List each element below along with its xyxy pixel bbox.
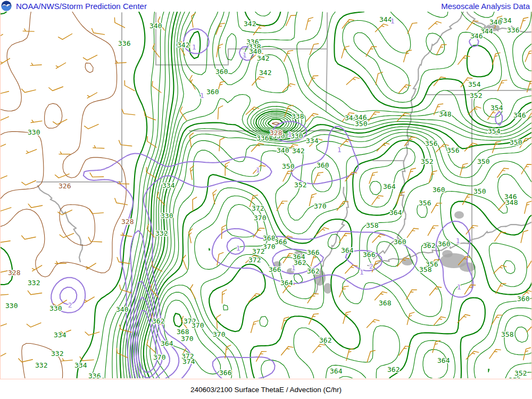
contour-label: 330: [49, 304, 62, 312]
contour-label: 356: [425, 139, 437, 147]
contour-label: 2: [68, 301, 72, 309]
contour-label: 336: [507, 26, 519, 34]
contour-label: 372: [252, 204, 264, 212]
contour-label: 354: [488, 127, 501, 135]
page-header: NOAA/NWS/Storm Prediction Center Mesosca…: [0, 0, 532, 12]
contour-label: 1: [456, 237, 460, 245]
contour-label: 360: [394, 238, 406, 246]
contour-label: 366: [269, 265, 281, 273]
contour-label: 346: [470, 32, 483, 40]
contour-label: 1: [236, 244, 240, 252]
contour-label: 352: [294, 181, 306, 189]
contour-label: 346: [513, 111, 526, 119]
contour-label: 360: [317, 161, 329, 169]
contour-label: 350: [509, 376, 521, 378]
contour-label: 354: [491, 104, 503, 112]
contour-label: 340: [149, 22, 162, 30]
contour-label: 338: [292, 112, 304, 120]
contour-label: 330: [5, 302, 18, 310]
contour-label: 1: [243, 51, 247, 59]
contour-label: 1: [292, 264, 296, 272]
contour-label: 364: [161, 339, 173, 347]
contour-label: 370: [181, 335, 193, 343]
contour-label: 358: [366, 221, 378, 229]
contour-label: 366: [363, 251, 375, 259]
contour-label: 342: [177, 41, 189, 49]
contour-label: 336: [118, 39, 130, 47]
contour-label: 374: [182, 358, 195, 365]
contour-label: 350: [282, 162, 294, 170]
contour-label: 362: [423, 242, 435, 250]
contour-label: 328: [8, 269, 20, 277]
contour-label: 330: [161, 212, 173, 220]
contour-label: 372: [252, 247, 264, 255]
contour-label: 362: [319, 336, 331, 344]
contour-label: 360: [433, 186, 445, 194]
header-right-label: Mesoscale Analysis Data: [441, 2, 530, 11]
contour-label: 358: [419, 265, 431, 273]
contour-label: 364: [280, 279, 293, 287]
noaa-logo-graphic: [1, 1, 12, 11]
contour-label: 370: [153, 353, 165, 361]
contour-label: 332: [35, 361, 47, 369]
contour-label: 364: [341, 246, 354, 254]
contour-label: 366: [275, 238, 287, 246]
contour-label: 1: [360, 268, 364, 276]
contour-label: 370: [314, 202, 326, 210]
contour-label: 356: [419, 199, 431, 207]
contour-label: 340: [277, 146, 289, 154]
contour-label: 334: [162, 181, 175, 189]
map-area: 3363403423423363383403423423603603443443…: [0, 12, 532, 379]
contour-label: 364: [383, 182, 396, 190]
contour-label: 354: [468, 80, 481, 88]
contour-label: 368: [379, 299, 391, 307]
contour-label: 340: [489, 18, 502, 26]
contour-label: 342: [244, 20, 256, 28]
contour-label: 332: [28, 279, 40, 287]
contour-label: 342: [257, 54, 269, 62]
contour-label: 370: [254, 214, 266, 222]
contour-label: 362: [307, 267, 319, 275]
contour-label: 360: [206, 88, 219, 96]
contour-label: 1: [337, 146, 342, 154]
theta-e-contours: [1, 12, 531, 378]
contour-label: 342: [259, 69, 271, 77]
contour-label: 358: [501, 330, 513, 338]
contour-label: 326: [59, 182, 71, 190]
contour-label: 370: [263, 243, 275, 251]
contour-label: 360: [215, 68, 228, 76]
contour-label: 1: [256, 166, 260, 174]
noaa-logo: [1, 1, 12, 11]
map-caption: 240603/2100 Surface ThetaE / Advection (…: [0, 386, 532, 394]
contour-label: 372: [248, 256, 261, 264]
contour-label: 362: [152, 317, 164, 325]
contour-label: 370: [192, 321, 204, 329]
contour-label: 334: [306, 137, 319, 145]
contour-label: 2: [369, 262, 373, 270]
contour-label: 330: [290, 132, 303, 140]
contour-label: 1: [457, 283, 461, 291]
contour-label: 330: [28, 128, 40, 136]
contour-label: 360: [438, 240, 450, 248]
contour-label: 368: [263, 234, 275, 242]
contour-label: 1: [390, 17, 395, 25]
contour-label: 348: [505, 198, 518, 206]
contour-label: 334: [74, 361, 87, 369]
contour-label: 1: [288, 130, 292, 138]
contour-label: 350: [510, 138, 522, 146]
contour-label: 340: [116, 305, 128, 313]
contour-label: 334: [92, 376, 105, 378]
contour-label: 364: [330, 367, 343, 375]
contour-label: 350: [477, 157, 489, 165]
mesoscale-map: 3363403423423363383403423423603603443443…: [1, 12, 531, 378]
contour-label: 362: [294, 259, 306, 267]
contour-label: 334: [54, 331, 66, 339]
contour-label: 328: [121, 218, 134, 226]
contour-label: 342: [292, 147, 304, 155]
header-title: NOAA/NWS/Storm Prediction Center: [16, 2, 147, 11]
spc-mesoanalysis-page: NOAA/NWS/Storm Prediction Center Mesosca…: [0, 0, 532, 399]
contour-label: 360: [517, 295, 529, 303]
contour-label: 366: [219, 369, 231, 377]
contour-label: 350: [355, 120, 367, 128]
contour-label: 364: [389, 209, 402, 217]
